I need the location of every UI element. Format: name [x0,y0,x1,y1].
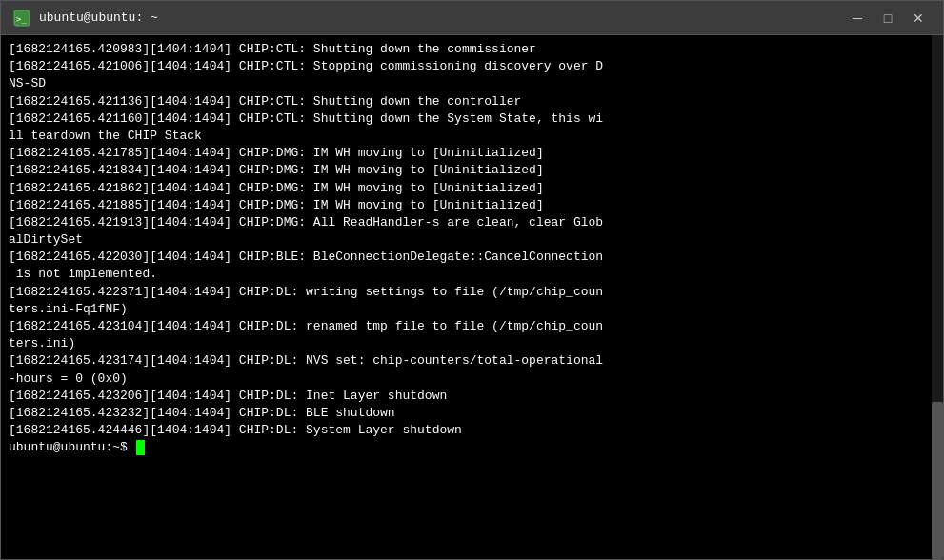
terminal-icon: >_ [12,9,31,28]
scrollbar-thumb[interactable] [932,402,943,559]
terminal-output: [1682124165.420983][1404:1404] CHIP:CTL:… [9,41,935,553]
titlebar-left: >_ ubuntu@ubuntu: ~ [12,9,158,28]
close-button[interactable]: ✕ [905,8,932,29]
maximize-button[interactable]: □ [874,8,901,29]
svg-text:>_: >_ [16,14,27,24]
terminal-window: >_ ubuntu@ubuntu: ~ ─ □ ✕ [1682124165.42… [0,0,944,560]
window-title: ubuntu@ubuntu: ~ [39,10,158,25]
titlebar-controls: ─ □ ✕ [844,8,932,29]
cursor [136,440,145,455]
prompt-text: ubuntu@ubuntu:~$ [9,439,135,456]
scrollbar[interactable] [932,35,943,559]
titlebar: >_ ubuntu@ubuntu: ~ ─ □ ✕ [1,1,943,35]
terminal-body[interactable]: [1682124165.420983][1404:1404] CHIP:CTL:… [1,35,943,559]
prompt-line: ubuntu@ubuntu:~$ [9,439,935,456]
minimize-button[interactable]: ─ [844,8,871,29]
